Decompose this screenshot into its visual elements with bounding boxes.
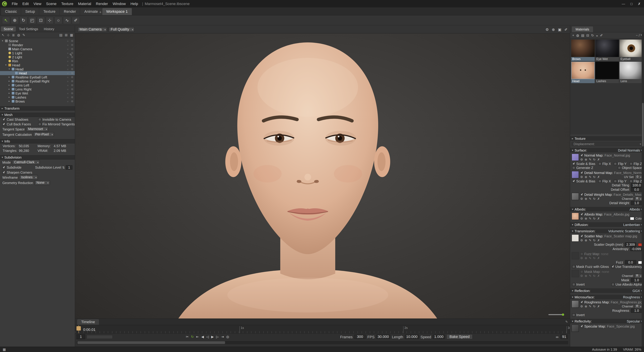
albedo-map-checkbox[interactable] [580,213,583,216]
clear-icon[interactable]: ✗ [597,175,600,179]
gear-icon[interactable]: ⚙ [580,256,583,260]
search-icon[interactable]: ⊕ [585,197,587,200]
visibility-icon[interactable]: ◎ [70,92,74,94]
viewport-canvas[interactable] [75,33,570,319]
add-workspace-button[interactable]: + [96,9,104,15]
edit-icon[interactable]: ✎ [589,239,591,242]
transmission-section-header[interactable]: ▾ Transmission: Volumetric Scattering ▾ [570,229,644,233]
timeline-tab[interactable]: Timeline [77,319,99,325]
tool-icon[interactable]: ⊹ [46,16,54,24]
scene-tree-item[interactable]: ▸ Lashes ○ ◎ [0,95,75,99]
scatter-map-checkbox[interactable] [580,235,583,238]
viewport-icon[interactable]: ⊕ [552,27,555,32]
sharpen-corners-option[interactable]: Sharpen Corners [2,170,72,174]
flip-y-option[interactable]: Flip Y [614,162,626,165]
specular-map-thumbnail[interactable] [572,325,579,332]
scene-tree-item[interactable]: ▸ Lens Left ○ ◎ [0,83,75,87]
refresh-icon[interactable]: ↻ [593,239,596,242]
materials-path[interactable]: ~ / ▾ [636,33,642,37]
material-list-empty-area[interactable] [570,84,644,134]
scene-tree-item[interactable]: ▸ Realtime Eyeball Left ○ ◎ [0,75,75,79]
timeline-ruler[interactable]: 0:00.01 1s2s3s [75,325,570,333]
scale-bias-option[interactable]: Scale & Bias [572,179,595,183]
displacement-select[interactable]: Displacement: [572,142,643,146]
diffusion-mode-select[interactable]: Lambertian ▾ [623,223,642,226]
materials-tool-icon[interactable]: ↻ [591,33,594,37]
clear-icon[interactable]: ✗ [597,197,600,200]
playhead-handle[interactable] [76,326,81,331]
tool-icon[interactable]: ↖ [2,16,10,24]
scene-tool-icon[interactable]: ▦ [70,33,73,37]
lock-icon[interactable]: ○ [66,48,70,50]
lock-icon[interactable]: ○ [66,96,70,98]
subdivision-section-header[interactable]: ▾ Subdivision [0,155,75,160]
transport-button[interactable]: ▷ [216,335,219,339]
menu-item[interactable]: Help [128,2,140,6]
visibility-icon[interactable]: ◎ [70,43,74,46]
scatter-depth-field[interactable]: 2.309 [625,242,636,247]
expander-icon[interactable]: ▸ [8,96,11,99]
transport-button[interactable]: ⇥ [221,335,224,339]
detail-normal-map-checkbox[interactable] [580,171,583,174]
flip-x-option[interactable]: Flip X [598,179,611,183]
menu-item[interactable]: View [31,2,44,6]
reflectivity-mode-select[interactable]: Specular ▾ [627,319,642,323]
status-grid-icon[interactable]: ▦ [3,348,6,351]
albedo-map-thumbnail[interactable] [572,213,579,220]
minimize-icon[interactable]: — [622,2,625,5]
clear-icon[interactable]: ✗ [597,158,600,161]
edit-icon[interactable]: ✎ [589,274,591,277]
scatter-map-thumbnail[interactable] [572,234,579,242]
detail-weight-map-checkbox[interactable] [580,193,583,196]
fuzz-map-checkbox[interactable] [580,252,583,256]
camera-select[interactable]: Main Camera [78,27,107,32]
workspace-tab[interactable]: Classic [1,8,21,15]
flip-y-option[interactable]: Flip Y [614,179,626,183]
surface-mode-select[interactable]: Detail Normals ▾ [618,148,642,152]
close-icon[interactable]: ✗ [638,2,641,5]
wireframe-select[interactable]: Isolines [19,175,38,180]
flip-x-option[interactable]: Flip X [598,162,611,165]
materials-tool-icon[interactable]: ⊟ [586,33,589,37]
detail-tiling-field[interactable]: 100.0 [631,183,642,187]
viewport-icon[interactable]: ✐ [564,27,568,32]
generate-z-option[interactable]: Generate Z [572,166,593,170]
material-thumbnail[interactable]: Brows [571,39,595,61]
scene-tree-item[interactable]: ▸ Brows ○ ◎ [0,99,75,103]
clear-icon[interactable]: ✗ [597,239,600,242]
materials-tool-icon[interactable]: ✐ [600,33,603,37]
lock-icon[interactable]: ○ [66,84,70,86]
transport-button[interactable]: ◀ [201,335,204,339]
invert-option[interactable]: Invert [572,313,585,317]
menu-item[interactable]: File [10,2,20,6]
scene-tree-item[interactable]: Main Camera ○ ◎ [0,47,75,51]
transport-button[interactable]: ↻ [191,335,194,339]
reflectivity-section-header[interactable]: ▾ Reflectivity: Specular ▾ [570,319,644,324]
diffusion-section-header[interactable]: ▾ Diffusion: Lambertian ▾ [570,222,644,227]
search-icon[interactable]: ⊕ [585,239,587,242]
anisotropy-field[interactable]: -0.099 [630,247,642,251]
mask-field[interactable]: 1.0 [631,278,642,282]
refresh-icon[interactable]: ↻ [593,175,596,179]
gear-icon[interactable]: ⚙ [580,175,583,179]
search-icon[interactable]: ⊕ [585,217,587,220]
microsurface-mode-select[interactable]: Roughness ▾ [623,295,642,299]
albedo-section-header[interactable]: ▾ Albedo: Albedo ▾ [570,207,644,212]
track-number[interactable]: 1 [76,334,85,339]
gear-icon[interactable]: ⚙ [580,158,583,161]
transmission-mode-select[interactable]: Volumetric Scattering ▾ [608,229,642,233]
edit-icon[interactable]: ✎ [589,256,591,260]
surface-section-header[interactable]: ▾ Surface: Detail Normals ▾ [570,148,644,153]
expander-icon[interactable]: ▾ [4,64,8,66]
search-icon[interactable]: ⊕ [585,305,587,308]
expander-icon[interactable]: ▸ [8,76,11,78]
subdivide-option[interactable]: Subdivide [2,166,34,169]
normal-map-thumbnail[interactable] [572,154,579,161]
info-section-header[interactable]: ▾ Info [0,139,75,143]
tool-icon[interactable]: ⊡ [37,16,45,24]
flip-z-option[interactable]: Flip Z [630,162,642,165]
expander-icon[interactable]: ▾ [8,68,11,70]
albedo-color-swatch[interactable] [630,217,634,220]
lock-icon[interactable]: ○ [66,40,70,42]
menu-item[interactable]: Window [110,2,128,6]
